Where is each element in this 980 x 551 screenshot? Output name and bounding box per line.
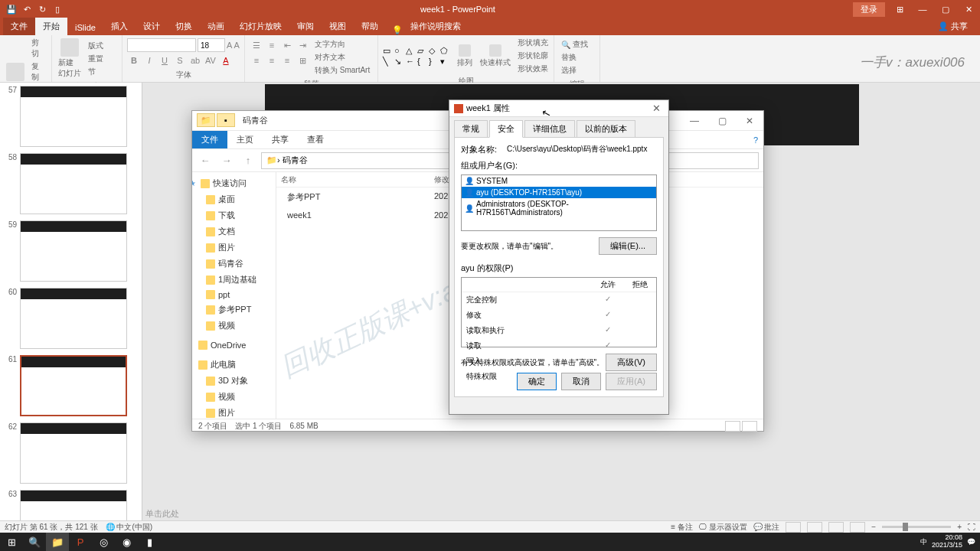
forward-icon[interactable]: → [218,152,235,169]
bullets-icon[interactable]: ☰ [250,38,263,52]
tab-home[interactable]: 开始 [35,18,67,35]
shape-outline-button[interactable]: 形状轮廓 [515,50,550,62]
thumb-preview[interactable] [20,288,127,349]
user-item[interactable]: 👤SYSTEM [462,175,656,187]
fit-to-window-icon[interactable]: ⛶ [968,523,975,531]
shape-fill-button[interactable]: 形状填充 [515,37,550,49]
thumbnail-item[interactable]: 57 [3,86,139,147]
indent-inc-icon[interactable]: ⇥ [296,38,309,52]
notes-placeholder[interactable]: 单击此处 [142,505,980,522]
nav-item[interactable]: 码青谷 [192,256,276,272]
tab-slideshow[interactable]: 幻灯片放映 [232,18,289,35]
tab-security[interactable]: 安全 [489,120,523,138]
tab-animation[interactable]: 动画 [200,18,232,35]
zoom-slider[interactable] [882,526,951,528]
close-icon[interactable]: ✕ [957,0,980,18]
minimize-icon[interactable]: — [911,0,934,18]
select-button[interactable]: 选择 [559,64,595,77]
slideshow-view-icon[interactable] [850,522,865,533]
notes-button[interactable]: ≡ 备注 [671,522,693,533]
details-view-icon[interactable] [725,421,740,432]
nav-item[interactable]: 视频 [192,318,276,334]
nav-item[interactable]: ppt [192,288,276,302]
terminal-icon[interactable]: ▮ [138,533,161,551]
nav-item[interactable]: OneDrive [192,338,276,352]
copy-button[interactable]: 复制 [29,60,48,83]
thumbnail-item[interactable]: 63 [3,490,139,522]
exp-maximize-icon[interactable]: ▢ [708,111,736,131]
strike-icon[interactable]: S [173,54,187,67]
tab-transition[interactable]: 切换 [168,18,200,35]
start-icon[interactable]: ⊞ [0,533,23,551]
thumb-preview[interactable] [20,153,127,214]
nav-item[interactable]: 3D 对象 [192,373,276,389]
nav-item[interactable]: 桌面 [192,191,276,207]
maximize-icon[interactable]: ▢ [934,0,957,18]
increase-font-icon[interactable]: A [227,38,233,52]
layout-button[interactable]: 版式 [86,40,106,52]
language-indicator[interactable]: 🌐 中文(中国) [106,522,152,533]
normal-view-icon[interactable] [786,522,801,533]
exp-close-icon[interactable]: ✕ [736,111,763,131]
app-icon[interactable]: ◎ [92,533,115,551]
cancel-button[interactable]: 取消 [561,373,601,390]
exp-tab-home[interactable]: 主页 [227,131,263,148]
tell-me[interactable]: 操作说明搜索 [403,18,469,35]
ribbon-display-icon[interactable]: ⊞ [888,0,911,18]
thumbnail-item[interactable]: 58 [3,153,139,214]
shapes-gallery[interactable]: ▭○△▱◇⬠ ╲↘←{}▾ [381,44,452,68]
chrome-icon[interactable]: ◉ [115,533,138,551]
font-size-input[interactable] [198,38,225,52]
props-titlebar[interactable]: week1 属性 ✕ [449,100,668,117]
tab-previous-versions[interactable]: 以前的版本 [577,120,635,138]
up-icon[interactable]: ↑ [240,152,256,169]
share-button[interactable]: 👤 共享 [929,18,977,35]
tab-details[interactable]: 详细信息 [524,120,575,138]
thumbnail-item[interactable]: 62 [3,422,139,484]
exp-help-icon[interactable]: ? [748,131,763,148]
reset-button[interactable]: 重置 [86,53,106,65]
thumb-preview[interactable] [20,220,127,282]
thumbnail-item[interactable]: 61 [3,355,139,416]
replace-button[interactable]: 替换 [559,51,595,64]
tab-view[interactable]: 视图 [322,18,354,35]
tab-review[interactable]: 审阅 [289,18,322,35]
edit-permissions-button[interactable]: 编辑(E)... [599,237,657,255]
zoom-out-icon[interactable]: − [871,523,876,531]
ok-button[interactable]: 确定 [517,373,557,390]
thumb-preview[interactable] [20,86,127,147]
nav-item[interactable]: 视频 [192,389,276,405]
nav-item[interactable]: 1周边基础 [192,272,276,288]
underline-icon[interactable]: U [158,54,172,67]
align-center-icon[interactable]: ≡ [265,54,279,67]
save-icon[interactable]: 💾 [6,4,17,15]
thumbnail-item[interactable]: 60 [3,288,139,349]
shape-effects-button[interactable]: 形状效果 [515,63,550,75]
display-settings-button[interactable]: 🖵 显示器设置 [699,522,747,533]
user-item[interactable]: 👤ayu (DESKTOP-H7R156T\ayu) [462,187,656,198]
back-icon[interactable]: ← [197,152,214,169]
nav-item[interactable]: 快速访问 [192,175,276,191]
reading-view-icon[interactable] [828,522,844,533]
tab-general[interactable]: 常规 [454,120,488,138]
tab-insert[interactable]: 插入 [103,18,136,35]
bold-icon[interactable]: B [127,54,141,67]
nav-item[interactable]: 文档 [192,223,276,240]
thumbnail-item[interactable]: 59 [3,220,139,282]
explorer-icon[interactable]: 📁 [46,533,69,551]
thumb-preview[interactable] [20,355,127,416]
undo-icon[interactable]: ↶ [21,4,32,15]
tab-design[interactable]: 设计 [136,18,168,35]
align-left-icon[interactable]: ≡ [250,54,263,67]
comments-button[interactable]: 💬 批注 [753,522,780,533]
nav-item[interactable]: 参考PPT [192,302,276,318]
thumb-preview[interactable] [20,422,127,484]
text-direction-button[interactable]: 文字方向 [312,38,372,51]
align-right-icon[interactable]: ≡ [280,54,294,67]
powerpoint-icon[interactable]: P [69,533,92,551]
exp-tab-share[interactable]: 共享 [263,131,298,148]
user-item[interactable]: 👤Administrators (DESKTOP-H7R156T\Adminis… [462,198,656,218]
notifications-icon[interactable]: 💬 [967,538,975,546]
thumb-preview[interactable] [20,490,127,522]
exp-tab-view[interactable]: 查看 [298,131,333,148]
